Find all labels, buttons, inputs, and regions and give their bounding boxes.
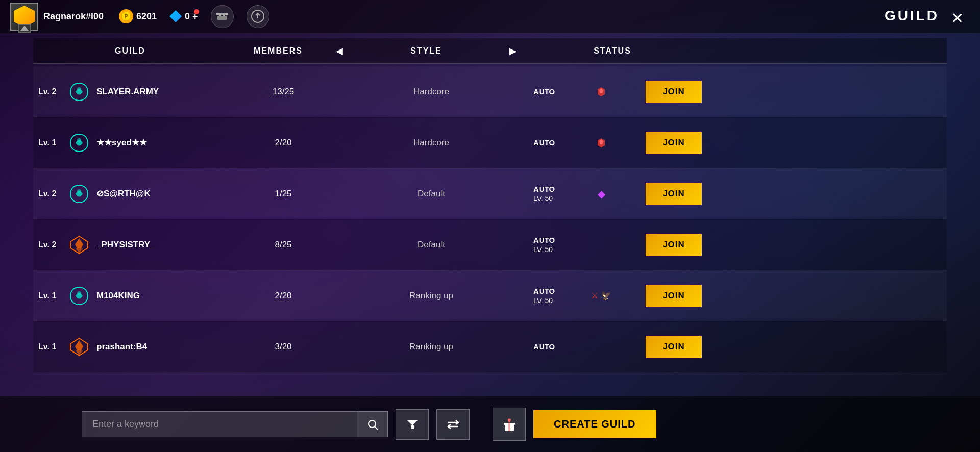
table-row: Lv. 2 SLAYER.ARMY 13/25 Hardcore AUTO JO… bbox=[33, 66, 947, 117]
svg-marker-0 bbox=[20, 26, 29, 31]
join-button[interactable]: JOIN bbox=[646, 81, 702, 103]
search-button[interactable] bbox=[357, 411, 388, 437]
col-status-header: STATUS bbox=[523, 46, 702, 56]
guild-level: Lv. 1 bbox=[38, 138, 61, 147]
table-row: Lv. 1 M104KING 2/20 Ranking up AUTO LV. … bbox=[33, 270, 947, 321]
guild-status-cell: AUTO LV. 50 ⚔🦅 JOIN bbox=[528, 285, 707, 307]
auto-label: AUTO bbox=[533, 287, 555, 295]
auto-info: AUTO bbox=[533, 342, 555, 351]
auto-label: AUTO bbox=[533, 342, 555, 351]
guild-info: Lv. 2 ⊘S@RTH@K bbox=[38, 182, 232, 205]
auto-label: AUTO bbox=[533, 138, 555, 147]
guild-name: ★★syed★★ bbox=[96, 137, 147, 148]
guild-status-cell: AUTO JOIN bbox=[528, 132, 707, 154]
guild-status-cell: AUTO LV. 50 JOIN bbox=[528, 234, 707, 256]
guild-info: Lv. 1 prashant:B4 bbox=[38, 335, 232, 358]
table-header: GUILD MEMBERS ◀ STYLE ▶ STATUS bbox=[33, 38, 947, 64]
guild-emblem bbox=[67, 182, 90, 205]
svg-marker-14 bbox=[407, 420, 418, 425]
table-row: Lv. 2 ⊘S@RTH@K 1/25 Default AUTO LV. 50 … bbox=[33, 168, 947, 219]
auto-info: AUTO LV. 50 bbox=[533, 185, 555, 203]
guild-emblem bbox=[67, 233, 90, 256]
guild-style: Ranking up bbox=[334, 291, 528, 301]
guild-status-cell: AUTO JOIN bbox=[528, 336, 707, 358]
guild-members: 1/25 bbox=[232, 189, 334, 199]
join-button[interactable]: JOIN bbox=[646, 285, 702, 307]
lv-req: LV. 50 bbox=[533, 194, 553, 203]
svg-rect-5 bbox=[219, 15, 221, 16]
currency-group: P 6201 0 + bbox=[119, 5, 270, 28]
upload-icon-btn[interactable] bbox=[247, 5, 270, 28]
guild-status-cell: AUTO LV. 50 ◆ JOIN bbox=[528, 183, 707, 205]
auto-info: AUTO bbox=[533, 138, 555, 147]
notification-dot bbox=[194, 9, 199, 14]
search-container bbox=[82, 411, 388, 437]
guild-style: Default bbox=[334, 240, 528, 250]
auto-info: AUTO bbox=[533, 87, 555, 96]
bottom-bar: CREATE GUILD bbox=[0, 396, 980, 452]
search-input[interactable] bbox=[82, 411, 357, 437]
guild-style: Ranking up bbox=[334, 342, 528, 352]
guild-name: ⊘S@RTH@K bbox=[96, 188, 151, 199]
status-icons bbox=[593, 86, 608, 97]
guild-name: M104KING bbox=[96, 291, 140, 301]
guild-members: 3/20 bbox=[232, 342, 334, 352]
player-info: Ragnarok#i00 bbox=[10, 3, 104, 31]
gift-button[interactable] bbox=[493, 408, 526, 441]
table-row: Lv. 2 _PHYSISTRY_ 8/25 Default AUTO LV. … bbox=[33, 219, 947, 270]
diamonds-display[interactable]: 0 + bbox=[169, 10, 198, 22]
join-button[interactable]: JOIN bbox=[646, 234, 702, 256]
guild-level: Lv. 2 bbox=[38, 189, 61, 198]
guild-name: _PHYSISTRY_ bbox=[96, 240, 155, 250]
guild-list: Lv. 2 SLAYER.ARMY 13/25 Hardcore AUTO JO… bbox=[33, 66, 947, 391]
status-icons bbox=[593, 137, 608, 148]
col-style-header: STYLE bbox=[350, 46, 503, 56]
guild-members: 13/25 bbox=[232, 87, 334, 97]
sort-button[interactable] bbox=[436, 409, 470, 440]
guild-level: Lv. 2 bbox=[38, 240, 61, 249]
battle-icon-btn[interactable] bbox=[211, 5, 234, 28]
player-name: Ragnarok#i00 bbox=[43, 11, 104, 22]
svg-point-11 bbox=[77, 291, 81, 295]
guild-style: Default bbox=[334, 189, 528, 199]
guild-emblem bbox=[67, 80, 90, 103]
prev-arrow[interactable]: ◀ bbox=[329, 45, 350, 57]
lv-req: LV. 50 bbox=[533, 296, 553, 305]
svg-line-13 bbox=[375, 426, 378, 430]
svg-rect-3 bbox=[216, 13, 228, 15]
svg-rect-4 bbox=[217, 16, 227, 20]
guild-emblem bbox=[67, 335, 90, 358]
next-arrow[interactable]: ▶ bbox=[503, 45, 523, 57]
guild-info: Lv. 2 _PHYSISTRY_ bbox=[38, 233, 232, 256]
guild-level: Lv. 1 bbox=[38, 342, 61, 351]
guild-info: Lv. 1 M104KING bbox=[38, 284, 232, 307]
table-row: Lv. 1 prashant:B4 3/20 Ranking up AUTO J… bbox=[33, 321, 947, 372]
filter-button[interactable] bbox=[396, 409, 429, 440]
auto-info: AUTO LV. 50 bbox=[533, 236, 555, 254]
diamond-icon bbox=[169, 10, 182, 22]
close-button[interactable]: ✕ bbox=[944, 5, 970, 31]
svg-point-9 bbox=[77, 138, 81, 142]
svg-point-10 bbox=[77, 189, 81, 193]
col-guild-header: GUILD bbox=[33, 46, 227, 56]
auto-info: AUTO LV. 50 bbox=[533, 287, 555, 305]
svg-text:P: P bbox=[125, 14, 128, 19]
guild-info: Lv. 1 ★★syed★★ bbox=[38, 131, 232, 154]
guild-emblem bbox=[67, 131, 90, 154]
join-button[interactable]: JOIN bbox=[646, 336, 702, 358]
guild-level: Lv. 1 bbox=[38, 291, 61, 300]
guild-emblem bbox=[67, 284, 90, 307]
svg-point-8 bbox=[77, 87, 81, 91]
guild-info: Lv. 2 SLAYER.ARMY bbox=[38, 80, 232, 103]
guild-members: 2/20 bbox=[232, 291, 334, 301]
coins-display: P 6201 bbox=[119, 9, 157, 23]
table-row: Lv. 1 ★★syed★★ 2/20 Hardcore AUTO JOIN bbox=[33, 117, 947, 168]
join-button[interactable]: JOIN bbox=[646, 132, 702, 154]
svg-rect-20 bbox=[508, 423, 510, 431]
auto-label: AUTO bbox=[533, 236, 555, 244]
auto-label: AUTO bbox=[533, 87, 555, 96]
status-icons: ◆ bbox=[596, 188, 605, 200]
create-guild-button[interactable]: CREATE GUILD bbox=[533, 410, 656, 438]
svg-rect-15 bbox=[411, 425, 414, 429]
join-button[interactable]: JOIN bbox=[646, 183, 702, 205]
